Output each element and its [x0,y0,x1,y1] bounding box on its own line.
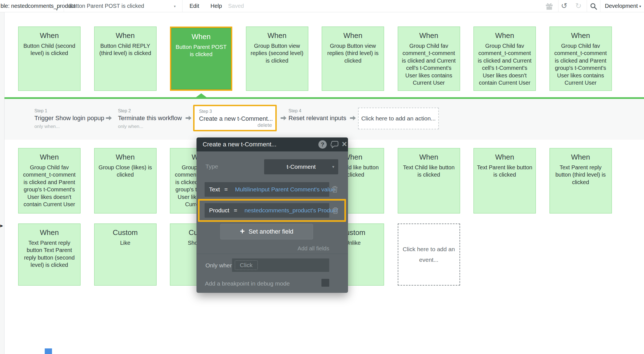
workflow-step-2[interactable]: Step 2 Terminate this workflow only when… [118,108,182,129]
add-event-button[interactable]: Click here to add an event... [398,224,460,286]
menu-edit[interactable]: Edit [190,3,199,9]
environment-selector[interactable]: Development [605,3,638,9]
toolbar-divider [182,0,183,12]
toolbar-divider [64,0,64,12]
event-card[interactable]: When Text Parent like button is clicked [473,148,536,213]
highlighted-field-box: Product = nestedcomments_product's Produ… [198,199,346,222]
dropdown-caret-icon: ▾ [332,159,334,174]
menu-help[interactable]: Help [210,3,222,9]
gift-icon[interactable] [545,2,553,11]
workflow-selector-caret-icon[interactable]: ▾ [174,4,176,8]
close-icon[interactable]: × [342,139,347,150]
search-icon[interactable] [590,3,597,11]
toolbar-divider [587,0,587,12]
workflow-step-3-highlighted[interactable]: Step 3 Create a new t-Comment... delete [193,105,277,131]
event-card[interactable]: When Group Child fav comment_t-comment i… [473,27,536,91]
canvas-left-rail [0,12,4,354]
only-when-label: Only when [205,262,233,269]
toolbar-divider [558,0,558,12]
workflow-steps-panel: Step 1 Trigger Show login popup only whe… [4,99,644,140]
undo-icon[interactable]: ↺ [561,1,567,11]
trash-icon[interactable] [332,207,339,215]
field-value-expression[interactable]: nestedcomments_product's Product [245,207,338,214]
only-when-input[interactable]: Click [232,258,329,272]
event-card[interactable]: When Group Button view replies (third le… [322,27,384,91]
event-card[interactable]: When Group Close (likes) is clicked [94,148,157,213]
modal-header[interactable]: Create a new t-Comment... ? × [196,137,348,151]
help-icon[interactable]: ? [318,140,327,149]
only-when-click-chip[interactable]: Click [235,260,258,270]
event-card[interactable]: Custom Like [94,224,157,286]
save-status: Saved [228,3,244,9]
modal-title: Create a new t-Comment... [203,141,276,148]
modal-body: Type t-Comment ▾ Text = MultilineInput P… [196,151,348,293]
redo-icon: ↻ [575,1,582,11]
page-selector-label[interactable]: ble: nestedcomments_product [1,3,75,9]
step-delete-link[interactable]: delete [257,122,272,128]
top-toolbar: ble: nestedcomments_product ▾ Button Par… [0,0,644,12]
page-selector-caret-icon[interactable]: ▾ [56,8,58,12]
add-all-fields-link[interactable]: Add all fields [298,245,329,252]
event-card[interactable]: When Group Child fav comment_t-comment i… [398,27,460,91]
plus-icon: + [240,227,245,236]
event-card[interactable]: When Group Button view replies (second l… [246,27,308,91]
modal-divider [196,254,348,254]
step-arrow-icon [186,115,192,122]
event-card[interactable]: When Text Parent reply button Text Paren… [18,224,80,286]
field-row-product[interactable]: Product = nestedcomments_product's Produ… [205,203,329,218]
environment-caret-icon[interactable]: ▾ [639,4,641,8]
event-card-selected[interactable]: When Button Parent POST is clicked [170,27,232,91]
field-value-expression[interactable]: MultilineInput Parent Comment's value [235,186,335,193]
workflow-step-4[interactable]: Step 4 Reset relevant inputs [288,108,346,122]
canvas-element-blue [45,348,52,354]
step-arrow-icon [281,115,287,122]
step-arrow-icon [350,115,356,122]
breakpoint-label: Add a breakpoint in debug mode [205,280,290,287]
event-row-1: When Button Child (second level) is clic… [18,27,612,91]
type-dropdown[interactable]: t-Comment ▾ [264,159,338,174]
event-card[interactable]: When Text Child like button is clicked [398,148,460,213]
add-action-button[interactable]: Click here to add an action... [358,108,439,129]
step-arrow-icon [106,115,112,122]
toolbar-divider [600,0,600,12]
field-row-text[interactable]: Text = MultilineInput Parent Comment's v… [205,182,329,197]
breakpoint-checkbox[interactable] [321,279,329,287]
event-card[interactable]: When Group Child fav comment_t-comment i… [550,27,612,91]
expander-arrow-icon[interactable]: ▶ [0,224,3,228]
event-card[interactable]: When Text Parent reply button (third lev… [550,148,612,213]
workflow-step-1[interactable]: Step 1 Trigger Show login popup only whe… [34,108,104,129]
type-label: Type [205,163,218,170]
selected-event-pointer [196,93,207,98]
event-card[interactable]: When Group Child fav comment_t-comment i… [18,148,80,213]
set-another-field-button[interactable]: + Set another field [220,224,313,239]
workflow-selector[interactable]: Button Parent POST is clicked [69,3,144,9]
event-card[interactable]: When Button Child (second level) is clic… [18,27,80,91]
trash-icon[interactable] [332,186,338,194]
bubble-workflow-editor: ble: nestedcomments_product ▾ Button Par… [0,0,644,354]
comment-bubble-icon[interactable] [331,141,339,149]
event-card[interactable]: When Button Child REPLY (third level) is… [94,27,157,91]
action-editor-modal: Create a new t-Comment... ? × Type t-Com… [196,137,348,293]
